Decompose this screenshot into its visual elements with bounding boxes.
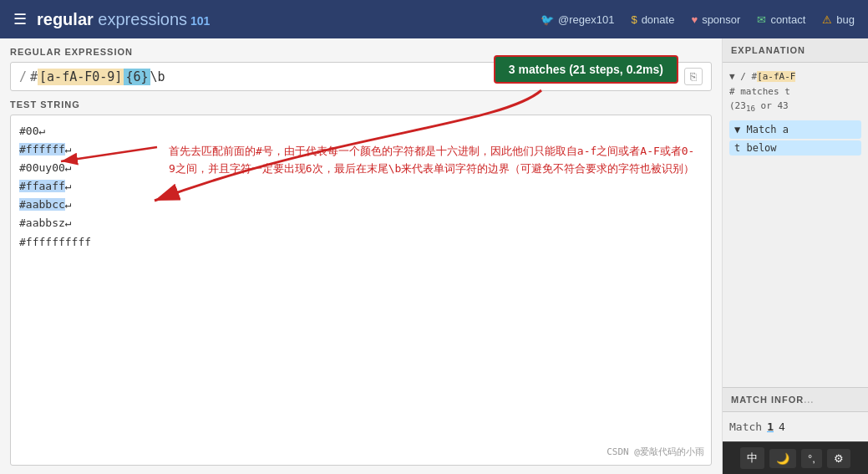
toolbar-chinese-btn[interactable]: 中 [740, 447, 764, 469]
regex-anchor: \b [150, 69, 165, 84]
test-string-section: TEST STRING #00↵ #ffffff↵ #00uy00↵ #ffaa… [10, 99, 712, 466]
exp-line-3: (2316 or 43 [729, 99, 861, 115]
bug-icon: ⚠ [822, 13, 832, 26]
regex-delimiter-left: / [19, 69, 27, 84]
match-info-section: MATCH INFOR... Match 1 4 [723, 387, 868, 441]
sponsor-icon: ♥ [691, 13, 698, 26]
test-line-7: #ffffffffff [19, 233, 703, 252]
regex-quantifier: {6} [124, 69, 150, 85]
twitter-icon: 🐦 [541, 13, 554, 26]
toolbar-settings-btn[interactable]: ⚙ [827, 449, 850, 468]
matches-badge: 3 matches (21 steps, 0.2ms) [494, 55, 678, 84]
header-nav: 🐦 @regex101 $ donate ♥ sponsor ✉ contact… [541, 13, 855, 26]
nav-donate-label: donate [642, 13, 675, 26]
nav-bug[interactable]: ⚠ bug [822, 13, 855, 26]
test-line-5: #aabbcc↵ [19, 196, 703, 214]
test-line-1: #00↵ [19, 122, 703, 140]
exp-match-a: ▼ Match a [729, 120, 861, 139]
watermark: CSDN @爱敲代码的小雨 [607, 446, 704, 458]
menu-icon[interactable]: ☰ [13, 10, 27, 28]
match-position: 4 [779, 420, 785, 433]
match-row: Match 1 4 [729, 419, 861, 435]
exp-match-t: t below [729, 140, 861, 155]
exp-line-1: ▼ / #[a-fA-F [729, 69, 861, 84]
contact-icon: ✉ [757, 13, 766, 26]
exp-line-2: # matches t [729, 84, 861, 99]
logo-regular: regular [37, 10, 94, 28]
right-panel: EXPLANATION ▼ / #[a-fA-F # matches t (23… [722, 38, 868, 474]
copy-regex-button[interactable]: ⎘ [684, 68, 703, 85]
match-info-content: Match 1 4 [723, 412, 868, 441]
bottom-toolbar: 中 🌙 °, ⚙ [723, 441, 868, 474]
logo-num: 101 [187, 14, 210, 28]
test-line-6: #aabbsz↵ [19, 214, 703, 232]
nav-donate[interactable]: $ donate [631, 13, 674, 26]
annotation-text: 首先去匹配前面的#号，由于代表每一个颜色的字符都是十六进制，因此他们只能取自a-… [165, 139, 704, 181]
nav-contact-label: contact [770, 13, 805, 26]
regex-char-class: [a-fA-F0-9] [38, 69, 124, 85]
logo-expressions: expressions [94, 10, 187, 28]
site-logo: regular expressions 101 [37, 10, 210, 29]
test-string-label: TEST STRING [10, 99, 712, 110]
match-info-label: MATCH INFOR... [723, 388, 868, 412]
nav-sponsor-label: sponsor [702, 13, 740, 26]
regex-display: #[a-fA-F0-9]{6}\b [30, 69, 165, 84]
nav-twitter-label: @regex101 [558, 13, 614, 26]
left-panel: REGULAR EXPRESSION 3 matches (21 steps, … [0, 38, 722, 474]
nav-bug-label: bug [836, 13, 855, 26]
regex-hash: # [30, 69, 38, 84]
donate-icon: $ [631, 13, 637, 26]
toolbar-misc-btn[interactable]: °, [801, 449, 822, 468]
header: ☰ regular expressions 101 🐦 @regex101 $ … [0, 0, 868, 38]
explanation-label: EXPLANATION [723, 38, 868, 63]
nav-twitter[interactable]: 🐦 @regex101 [541, 13, 614, 26]
match-label: Match [729, 420, 762, 433]
nav-sponsor[interactable]: ♥ sponsor [691, 13, 740, 26]
test-string-box[interactable]: #00↵ #ffffff↵ #00uy00↵ #ffaaff↵ #aabbcc↵… [10, 115, 712, 466]
toolbar-moon-btn[interactable]: 🌙 [769, 449, 796, 468]
main-layout: REGULAR EXPRESSION 3 matches (21 steps, … [0, 38, 868, 474]
explanation-content: ▼ / #[a-fA-F # matches t (2316 or 43 ▼ M… [723, 63, 868, 387]
match-number: 1 [767, 420, 774, 433]
nav-contact[interactable]: ✉ contact [757, 13, 805, 26]
